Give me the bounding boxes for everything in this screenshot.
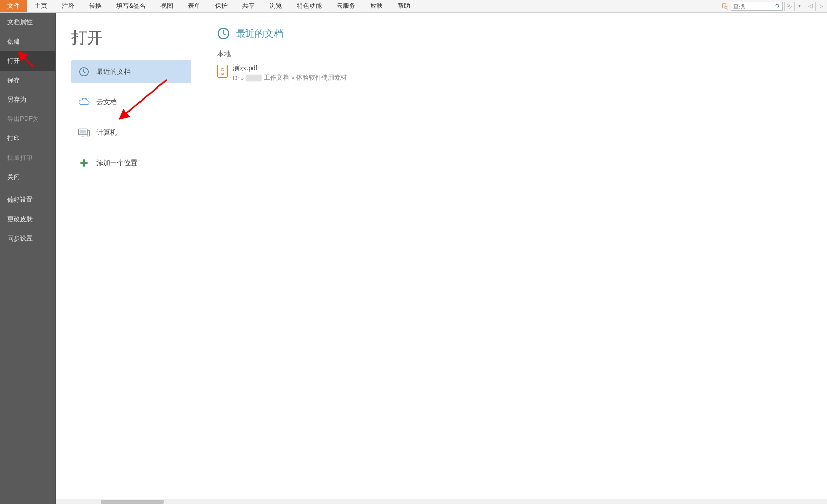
svg-line-4 <box>779 7 780 8</box>
menu-label: 共享 <box>242 2 255 10</box>
menu-convert[interactable]: 转换 <box>82 0 109 12</box>
doc-path-suffix: » 体验软件使用素材 <box>291 74 347 82</box>
scrollbar-thumb[interactable] <box>101 500 164 504</box>
source-cloud[interactable]: 云文档 <box>71 91 191 114</box>
menu-slideshow[interactable]: 放映 <box>363 0 390 12</box>
menu-label: 保护 <box>215 2 228 10</box>
settings-gear-icon[interactable] <box>784 2 793 11</box>
recent-header: 最近的文档 <box>217 27 808 40</box>
svg-rect-8 <box>80 130 86 134</box>
menu-label: 填写&签名 <box>116 2 146 10</box>
cloud-icon <box>78 96 90 108</box>
menu-label: 主页 <box>35 2 47 10</box>
menu-file[interactable]: 文件 <box>0 0 27 12</box>
open-sources-panel: 打开 最近的文档 云文档 计算机 <box>56 13 202 504</box>
sidebar-item-docprops[interactable]: 文档属性 <box>0 13 55 32</box>
menu-label: 特色功能 <box>297 2 322 10</box>
horizontal-scrollbar[interactable] <box>56 499 827 504</box>
sidebar-item-batchprint[interactable]: 批量打印 <box>0 148 55 168</box>
source-computer[interactable]: 计算机 <box>71 121 191 144</box>
file-sidebar: 文档属性 创建 打开 保存 另存为 导出PDF为 打印 批量打印 关闭 偏好设置… <box>0 13 56 504</box>
sidebar-item-label: 偏好设置 <box>7 196 33 203</box>
sidebar-item-print[interactable]: 打印 <box>0 129 55 148</box>
pdf-file-icon: G PDF <box>217 65 228 78</box>
sidebar-item-label: 另存为 <box>7 96 26 103</box>
doc-path: D: » 工作文档 » 体验软件使用素材 <box>233 74 347 82</box>
menu-label: 表单 <box>188 2 200 10</box>
svg-point-3 <box>776 4 779 7</box>
menu-label: 文件 <box>7 2 20 10</box>
menu-right-tools: ▼ ◁ ▷ <box>720 0 827 12</box>
dropdown-icon[interactable]: ▼ <box>794 2 804 11</box>
menu-home[interactable]: 主页 <box>27 0 55 12</box>
sidebar-item-label: 打印 <box>7 135 20 142</box>
main-layout: 文档属性 创建 打开 保存 另存为 导出PDF为 打印 批量打印 关闭 偏好设置… <box>0 13 827 504</box>
top-menu-bar: 文件 主页 注释 转换 填写&签名 视图 表单 保护 共享 浏览 特色功能 云服… <box>0 0 827 13</box>
clock-icon <box>78 65 90 78</box>
source-add-location[interactable]: 添加一个位置 <box>71 151 191 174</box>
menu-label: 视图 <box>160 2 173 10</box>
doc-path-prefix: D: » <box>233 75 244 81</box>
svg-line-2 <box>727 8 728 9</box>
menu-share[interactable]: 共享 <box>235 0 262 12</box>
menu-fillsign[interactable]: 填写&签名 <box>109 0 153 12</box>
sidebar-item-label: 打开 <box>7 57 20 64</box>
search-input[interactable] <box>731 3 773 9</box>
sidebar-item-label: 更改皮肤 <box>7 215 33 223</box>
sidebar-item-save[interactable]: 保存 <box>0 71 55 90</box>
sidebar-item-label: 关闭 <box>7 173 20 181</box>
sidebar-item-label: 创建 <box>7 38 20 45</box>
sidebar-item-sync[interactable]: 同步设置 <box>0 229 55 248</box>
menu-label: 放映 <box>370 2 383 10</box>
recent-title: 最近的文档 <box>236 27 283 40</box>
menu-cloud[interactable]: 云服务 <box>329 0 363 12</box>
menu-browse[interactable]: 浏览 <box>262 0 289 12</box>
sidebar-item-label: 同步设置 <box>7 235 33 242</box>
source-list: 最近的文档 云文档 计算机 添加一个位置 <box>71 60 191 174</box>
menu-label: 帮助 <box>398 2 410 10</box>
menu-label: 浏览 <box>270 2 282 10</box>
menu-comment[interactable]: 注释 <box>55 0 82 12</box>
sidebar-item-create[interactable]: 创建 <box>0 32 55 51</box>
sidebar-item-skin[interactable]: 更改皮肤 <box>0 210 55 229</box>
menu-protect[interactable]: 保护 <box>208 0 235 12</box>
sidebar-item-prefs[interactable]: 偏好设置 <box>0 190 55 210</box>
sidebar-item-saveas[interactable]: 另存为 <box>0 90 55 109</box>
nav-forward-icon[interactable]: ▷ <box>815 2 825 11</box>
group-local-label: 本地 <box>217 49 808 59</box>
menu-label: 云服务 <box>337 2 356 10</box>
ribbon-search-doc-icon[interactable] <box>720 2 729 11</box>
search-icon[interactable] <box>773 2 782 11</box>
search-wrap <box>731 2 783 11</box>
sidebar-item-close[interactable]: 关闭 <box>0 168 55 187</box>
svg-rect-0 <box>722 3 726 8</box>
menu-label: 转换 <box>89 2 102 10</box>
plus-icon <box>78 157 90 169</box>
menu-form[interactable]: 表单 <box>180 0 208 12</box>
sidebar-item-label: 批量打印 <box>7 154 33 161</box>
svg-rect-9 <box>87 130 90 136</box>
source-label: 云文档 <box>96 97 117 107</box>
doc-name: 演示.pdf <box>233 64 347 73</box>
menu-view[interactable]: 视图 <box>153 0 180 12</box>
nav-back-icon[interactable]: ◁ <box>805 2 814 11</box>
recent-doc-row[interactable]: G PDF 演示.pdf D: » 工作文档 » 体验软件使用素材 <box>217 62 808 87</box>
doc-meta: 演示.pdf D: » 工作文档 » 体验软件使用素材 <box>233 64 347 82</box>
menu-features[interactable]: 特色功能 <box>289 0 329 12</box>
doc-path-mid: 工作文档 <box>264 74 289 82</box>
source-label: 最近的文档 <box>96 67 131 76</box>
source-label: 添加一个位置 <box>96 158 137 168</box>
clock-icon <box>217 27 230 40</box>
source-recent[interactable]: 最近的文档 <box>71 60 191 83</box>
menu-help[interactable]: 帮助 <box>390 0 417 12</box>
sidebar-item-exportpdf[interactable]: 导出PDF为 <box>0 109 55 129</box>
sidebar-item-label: 导出PDF为 <box>7 115 39 123</box>
svg-point-5 <box>788 5 790 7</box>
sidebar-item-label: 文档属性 <box>7 18 33 26</box>
open-title: 打开 <box>71 27 191 49</box>
computer-icon <box>78 126 90 139</box>
doc-path-blurred <box>246 75 262 81</box>
source-label: 计算机 <box>96 128 117 137</box>
menu-label: 注释 <box>62 2 74 10</box>
sidebar-item-open[interactable]: 打开 <box>0 51 55 71</box>
